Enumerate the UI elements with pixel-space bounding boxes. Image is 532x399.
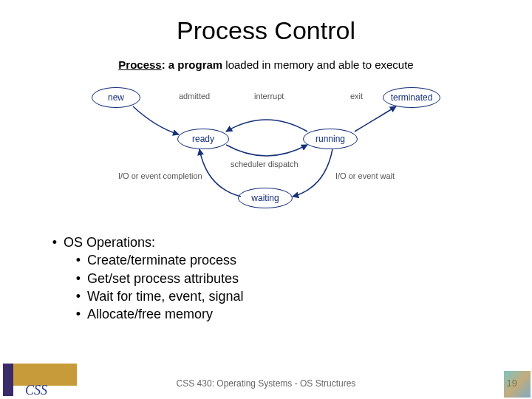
- slide-subtitle: Process: a program loaded in memory and …: [0, 58, 532, 71]
- subtitle-rest: loaded in memory and able to execute: [222, 58, 414, 71]
- bullet-item: Create/terminate process: [69, 251, 532, 269]
- slide-title: Process Control: [0, 0, 532, 45]
- footer-text: CSS 430: Operating Systems - OS Structur…: [0, 378, 532, 389]
- bullet-item: Wait for time, event, signal: [69, 287, 532, 305]
- subtitle-word-process: Process: [118, 58, 161, 71]
- bullet-list: OS Operations: Create/terminate process …: [46, 233, 532, 323]
- subtitle-word-program: : a program: [162, 58, 223, 71]
- logo-right: [504, 371, 531, 398]
- svg-text:CSS: CSS: [25, 383, 47, 396]
- diagram-arrows: [89, 84, 443, 217]
- bullet-top: OS Operations: Create/terminate process …: [46, 233, 532, 323]
- bullet-item: Get/set process attributes: [69, 270, 532, 287]
- svg-rect-0: [3, 364, 13, 396]
- logo-left: CSS: [3, 364, 77, 396]
- bullet-item: Allocate/free memory: [69, 305, 532, 323]
- state-diagram: new terminated ready running waiting adm…: [89, 84, 443, 217]
